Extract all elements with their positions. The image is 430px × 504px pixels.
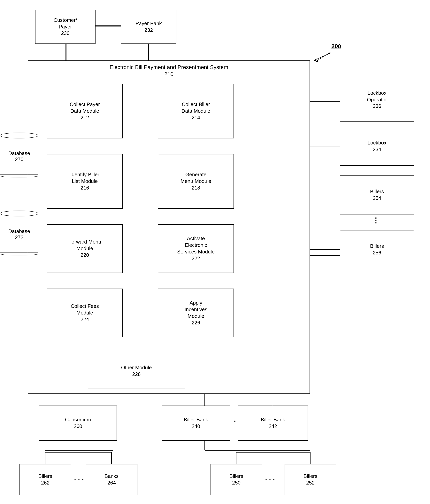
billers-262-box: Billers262 (19, 464, 71, 495)
svg-marker-54 (316, 59, 319, 62)
billers-250-box: Billers250 (211, 464, 262, 495)
reference-number: 200 (331, 43, 341, 50)
billers-250-label: Billers250 (229, 473, 243, 486)
dots-billers-banks: · · · (74, 476, 84, 484)
identify-biller-list-box: Identify BillerList Module216 (47, 154, 123, 209)
biller-bank-242-label: Biller Bank242 (261, 416, 285, 430)
banks-264-label: Banks264 (105, 473, 118, 486)
identify-biller-list-label: Identify BillerList Module216 (70, 171, 99, 191)
diagram-container: 200 Customer/Payer230 Payer Bank232 Elec… (0, 0, 430, 504)
billers-252-label: Billers252 (304, 473, 317, 486)
lockbox-label: Lockbox234 (368, 140, 386, 153)
lockbox-box: Lockbox234 (340, 127, 414, 166)
activate-electronic-box: ActivateElectronicServices Module222 (158, 224, 234, 273)
activate-electronic-label: ActivateElectronicServices Module222 (177, 235, 215, 262)
collect-payer-data-box: Collect PayerData Module212 (47, 84, 123, 138)
consortium-label: Consortium260 (65, 416, 91, 430)
customer-payer-label: Customer/Payer230 (54, 17, 77, 37)
cylinder-bottom-270 (0, 174, 38, 177)
dots-billers-250-252: · · · (265, 476, 275, 484)
payer-bank-box: Payer Bank232 (121, 10, 176, 44)
svg-line-28 (314, 53, 331, 60)
forward-menu-label: Forward MenuModule220 (68, 239, 101, 258)
database-272: Database272 (0, 211, 38, 255)
billers-252-box: Billers252 (285, 464, 336, 495)
cylinder-top-270 (0, 133, 38, 138)
cylinder-body-272: Database272 (0, 216, 38, 252)
consortium-box: Consortium260 (39, 405, 117, 441)
dots-billers: ⋮ (372, 216, 379, 225)
database-270: Database270 (0, 133, 38, 177)
collect-fees-box: Collect FeesModule224 (47, 288, 123, 337)
svg-line-53 (316, 52, 330, 61)
apply-incentives-box: ApplyIncentivesModule226 (158, 288, 234, 337)
lockbox-operator-label: LockboxOperator236 (367, 90, 387, 109)
cylinder-bottom-272 (0, 252, 38, 255)
lockbox-operator-box: LockboxOperator236 (340, 78, 414, 122)
customer-payer-box: Customer/Payer230 (35, 10, 96, 44)
biller-bank-240-box: Biller Bank240 (162, 405, 230, 441)
billers-254-box: Billers254 (340, 175, 414, 215)
collect-biller-data-label: Collect BillerData Module214 (181, 101, 210, 121)
generate-menu-box: GenerateMenu Module218 (158, 154, 234, 209)
generate-menu-label: GenerateMenu Module218 (180, 171, 211, 191)
other-module-label: Other Module228 (121, 364, 152, 378)
svg-marker-29 (314, 58, 317, 61)
collect-payer-data-label: Collect PayerData Module212 (70, 101, 100, 121)
forward-menu-box: Forward MenuModule220 (47, 224, 123, 273)
banks-264-box: Banks264 (86, 464, 137, 495)
other-module-box: Other Module228 (88, 353, 185, 389)
biller-bank-242-box: Biller Bank242 (238, 405, 308, 441)
collect-biller-data-box: Collect BillerData Module214 (158, 84, 234, 138)
cylinder-body-270: Database270 (0, 138, 38, 174)
apply-incentives-label: ApplyIncentivesModule226 (184, 300, 207, 326)
collect-fees-label: Collect FeesModule224 (71, 303, 99, 323)
billers-262-label: Billers262 (38, 473, 52, 486)
ebpps-label: Electronic Bill Payment and Presentment … (32, 64, 306, 78)
payer-bank-label: Payer Bank232 (135, 20, 161, 34)
billers-256-box: Billers256 (340, 230, 414, 269)
cylinder-top-272 (0, 211, 38, 216)
billers-254-label: Billers254 (370, 188, 384, 202)
billers-256-label: Billers256 (370, 243, 384, 256)
biller-bank-240-label: Biller Bank240 (184, 416, 208, 430)
